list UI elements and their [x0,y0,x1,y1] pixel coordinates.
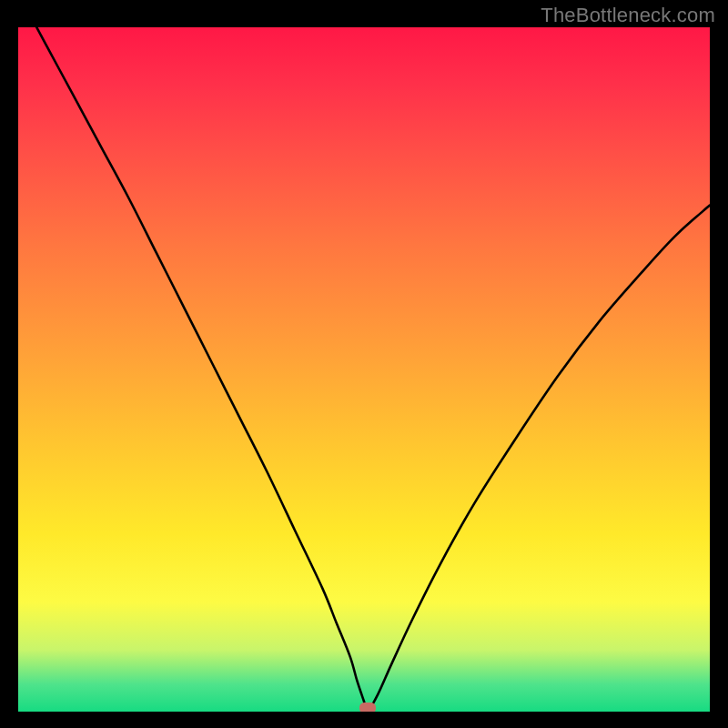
bottleneck-curve [18,27,710,712]
watermark-label: TheBottleneck.com [541,4,715,27]
plot-area [18,27,710,712]
chart-frame: TheBottleneck.com [0,0,728,728]
curve-layer [18,27,710,712]
min-point-marker [359,703,376,712]
